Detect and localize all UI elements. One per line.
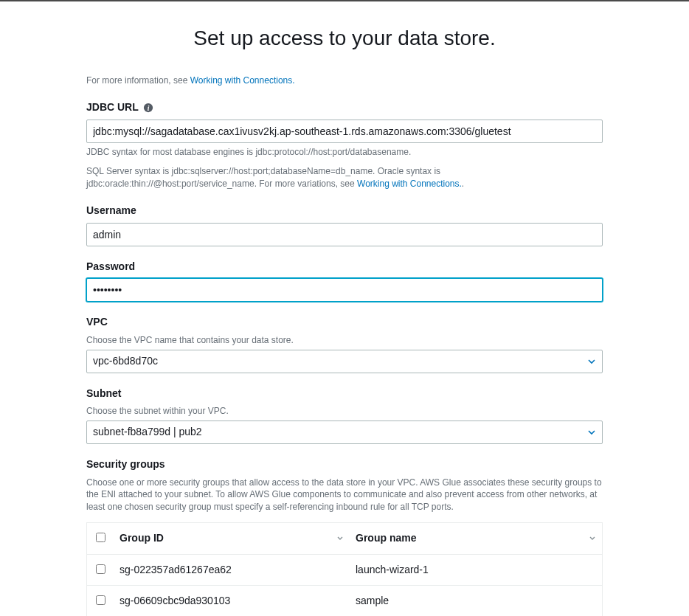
subnet-select[interactable]: subnet-fb8a799d | pub2 — [86, 421, 603, 444]
table-row[interactable]: sg-06609cbc9da930103 sample — [87, 586, 603, 616]
subnet-hint: Choose the subnet within your VPC. — [86, 405, 603, 418]
sort-icon — [336, 535, 344, 542]
security-groups-hint: Choose one or more security groups that … — [86, 477, 603, 513]
vpc-select[interactable]: vpc-6bd8d70c — [86, 350, 603, 373]
jdbc-url-label-text: JDBC URL — [86, 100, 139, 115]
table-header-row: Group ID Group name — [87, 522, 603, 554]
table-row[interactable]: sg-022357ad61267ea62 launch-wizard-1 — [87, 554, 603, 586]
intro-prefix: For more information, see — [86, 75, 190, 86]
security-groups-label: Security groups — [86, 457, 603, 472]
svg-text:i: i — [147, 103, 149, 111]
sort-icon — [589, 535, 596, 542]
jdbc-url-input[interactable] — [86, 120, 603, 143]
group-id-cell: sg-022357ad61267ea62 — [114, 554, 350, 586]
page-title: Set up access to your data store. — [86, 24, 603, 52]
intro-hint: For more information, see Working with C… — [86, 75, 603, 87]
row-checkbox[interactable] — [96, 564, 105, 574]
jdbc-hint-2: SQL Server syntax is jdbc:sqlserver://ho… — [86, 165, 603, 190]
subnet-label: Subnet — [86, 387, 603, 401]
group-name-header-text: Group name — [356, 531, 416, 546]
username-input[interactable] — [86, 223, 603, 246]
group-name-cell: sample — [350, 586, 603, 616]
group-name-cell: launch-wizard-1 — [350, 554, 603, 586]
select-all-checkbox[interactable] — [96, 533, 105, 542]
password-label: Password — [86, 260, 603, 274]
jdbc-hint-1: JDBC syntax for most database engines is… — [86, 146, 603, 159]
chevron-down-icon — [587, 357, 596, 366]
group-id-header[interactable]: Group ID — [114, 522, 350, 554]
jdbc-hint-2-suffix: . — [462, 179, 464, 189]
subnet-select-value: subnet-fb8a799d | pub2 — [93, 425, 202, 440]
username-label: Username — [86, 204, 603, 218]
vpc-hint: Choose the VPC name that contains your d… — [86, 334, 603, 347]
password-input[interactable] — [86, 278, 603, 302]
chevron-down-icon — [587, 428, 596, 437]
group-id-cell: sg-06609cbc9da930103 — [114, 586, 350, 616]
group-id-header-text: Group ID — [120, 531, 164, 546]
jdbc-url-label: JDBC URL i — [86, 100, 603, 115]
group-name-header[interactable]: Group name — [350, 522, 603, 554]
select-all-header — [87, 522, 114, 554]
row-checkbox[interactable] — [96, 595, 105, 605]
form-container: Set up access to your data store. For mo… — [86, 1, 603, 616]
security-groups-table: Group ID Group name — [86, 522, 603, 616]
vpc-label: VPC — [86, 315, 603, 330]
jdbc-hint-2-link[interactable]: Working with Connections. — [357, 179, 462, 189]
vpc-select-value: vpc-6bd8d70c — [93, 354, 158, 369]
intro-link[interactable]: Working with Connections. — [190, 75, 295, 86]
info-icon[interactable]: i — [143, 103, 153, 113]
